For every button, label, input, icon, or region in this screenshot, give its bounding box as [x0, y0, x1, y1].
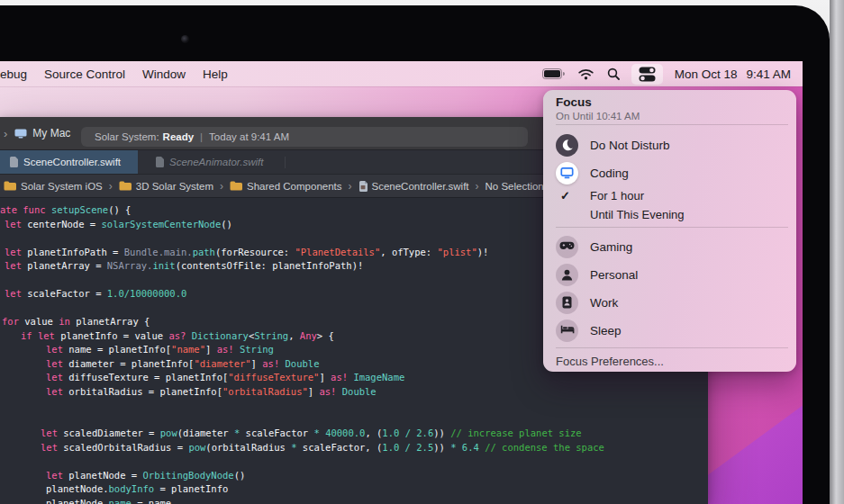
menu-item-window[interactable]: Window — [142, 68, 186, 81]
breadcrumb-folder[interactable]: Solar System iOS — [4, 181, 103, 192]
code-line — [0, 413, 708, 428]
breadcrumb-folder[interactable]: 3D Solar System — [119, 181, 213, 192]
tab-separator — [285, 157, 286, 168]
menu-item-source-control[interactable]: Source Control — [44, 68, 125, 81]
menubar-time: 9:41 AM — [746, 68, 791, 81]
breadcrumb-file[interactable]: SceneController.swift — [358, 181, 469, 192]
tab-label: SceneController.swift — [23, 157, 121, 167]
focus-item-label: Gaming — [590, 240, 632, 254]
focus-preferences-button[interactable]: Focus Preferences... — [556, 351, 664, 371]
menubar-date: Mon Oct 18 — [675, 68, 738, 81]
focus-item-label: Coding — [590, 166, 629, 180]
code-line: let planetNode = OrbitingBodyNode() — [0, 469, 708, 483]
game-controller-icon — [556, 236, 578, 258]
focus-item-gaming[interactable]: Gaming — [556, 235, 789, 258]
focus-item-label: Do Not Disturb — [590, 139, 670, 152]
tab-scenecontroller[interactable]: SceneController.swift — [0, 150, 138, 174]
divider — [556, 124, 788, 125]
focus-item-label: Work — [590, 296, 618, 310]
run-destination[interactable]: My Mac — [14, 127, 70, 140]
breadcrumb-selection[interactable]: No Selection — [486, 181, 544, 192]
breadcrumb-folder[interactable]: Shared Components — [230, 181, 341, 192]
focus-menu: Focus On Until 10:41 AM Do Not Disturb C… — [543, 90, 796, 372]
folder-icon — [230, 181, 242, 191]
focus-item-do-not-disturb[interactable]: Do Not Disturb — [556, 133, 789, 157]
checkmark-icon: ✓ — [556, 189, 590, 202]
chevron-right-icon: › — [349, 180, 352, 193]
code-line — [0, 399, 708, 413]
focus-title: Focus — [556, 95, 592, 109]
code-line: let diffuseTexture = planetInfo["diffuse… — [0, 371, 708, 385]
focus-option-until-this-evening[interactable]: Until This Evening — [556, 205, 789, 223]
chevron-right-icon: › — [476, 180, 479, 193]
chevron-right-icon: › — [109, 180, 113, 193]
activity-status[interactable]: Solar System: Ready | Today at 9:41 AM — [81, 127, 528, 147]
battery-icon[interactable] — [542, 68, 565, 79]
code-line: let orbitalRadius = planetInfo["orbitalR… — [0, 385, 708, 400]
swift-file-icon — [358, 181, 368, 192]
badge-icon — [556, 292, 578, 314]
code-line — [0, 454, 708, 469]
chevron-right-icon: › — [4, 127, 7, 140]
menu-item-debug[interactable]: ebug — [0, 68, 27, 81]
control-center-icon[interactable] — [631, 64, 663, 85]
status-time: Today at 9:41 AM — [209, 131, 289, 142]
webcam-icon — [181, 35, 189, 43]
display-icon — [556, 162, 578, 184]
focus-item-label: Personal — [590, 268, 638, 282]
macbook-edge — [830, 0, 844, 504]
wifi-icon[interactable] — [578, 68, 594, 80]
folder-icon — [4, 181, 16, 191]
divider — [556, 227, 788, 228]
menu-item-help[interactable]: Help — [203, 68, 228, 81]
file-icon — [155, 157, 164, 167]
search-icon[interactable] — [607, 68, 620, 80]
menu-bar: ebug Source Control Window Help — [0, 61, 803, 86]
menubar-clock[interactable]: Mon Oct 18 9:41 AM — [675, 68, 791, 81]
focus-item-personal[interactable]: Personal — [556, 263, 789, 286]
screen: ebug Source Control Window Help — [0, 61, 803, 504]
my-mac-icon — [14, 129, 27, 139]
status-project: Solar System: — [95, 131, 159, 142]
moon-icon — [556, 134, 578, 157]
focus-item-coding[interactable]: Coding — [556, 161, 789, 184]
focus-option-label: For 1 hour — [590, 189, 644, 202]
tab-label: SceneAnimator.swift — [169, 157, 263, 167]
person-icon — [556, 264, 578, 286]
status-ready: Ready — [163, 131, 195, 142]
focus-option-label: Until This Evening — [590, 208, 685, 221]
run-destination-label: My Mac — [32, 127, 70, 140]
focus-item-work[interactable]: Work — [556, 291, 789, 314]
code-line: let scaledOrbitalRadius = pow(orbitalRad… — [0, 441, 708, 455]
focus-item-label: Sleep — [590, 324, 622, 338]
macbook-screenshot: ebug Source Control Window Help — [0, 0, 844, 504]
code-line: let scaledDiameter = pow(diameter * scal… — [0, 427, 708, 441]
file-icon — [9, 157, 18, 167]
focus-subtitle: On Until 10:41 AM — [556, 111, 640, 122]
divider — [556, 347, 788, 348]
bed-icon — [556, 320, 578, 342]
focus-option-for-1-hour[interactable]: ✓ For 1 hour — [556, 186, 789, 204]
focus-item-sleep[interactable]: Sleep — [556, 319, 789, 342]
code-line: planetNode.name = name — [0, 497, 708, 504]
tab-sceneanimator[interactable]: SceneAnimator.swift — [146, 150, 272, 174]
code-line: planetNode.bodyInfo = planetInfo — [0, 482, 708, 497]
folder-icon — [119, 181, 132, 191]
chevron-right-icon: › — [220, 180, 223, 193]
status-separator: | — [200, 131, 203, 142]
